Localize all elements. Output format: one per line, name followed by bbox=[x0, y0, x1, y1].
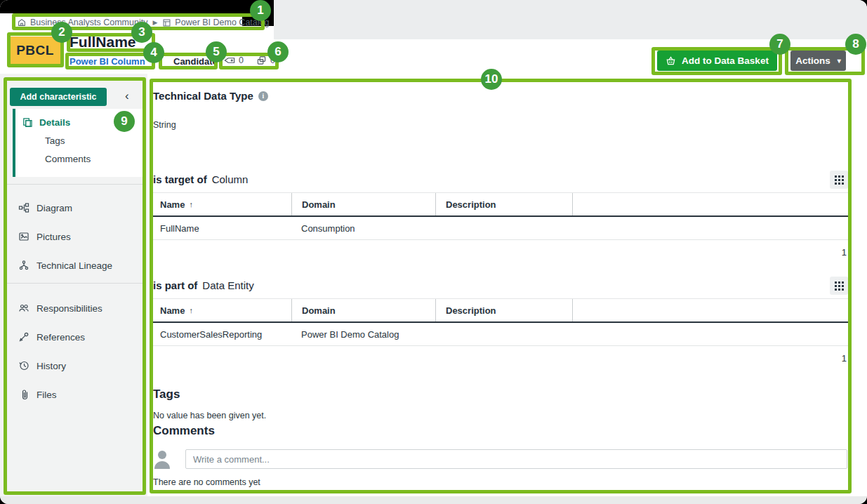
relation-prefix: is target of bbox=[153, 173, 207, 185]
page-title: FullName bbox=[70, 34, 136, 51]
sidebar-item-references[interactable]: References bbox=[13, 328, 146, 346]
sidebar-item-label: Files bbox=[37, 390, 57, 400]
copies-count: 0 bbox=[270, 55, 275, 65]
add-to-data-basket-button[interactable]: Add to Data Basket bbox=[657, 51, 777, 71]
breadcrumb-catalog-label: Power BI Demo Catalog bbox=[175, 18, 269, 27]
comments-empty-text: There are no comments yet bbox=[153, 477, 848, 487]
sidebar-item-pictures[interactable]: Pictures bbox=[13, 227, 146, 246]
table-header-row: Name ↑ Domain Description bbox=[153, 193, 848, 217]
relation-table: Name ↑ Domain Description FullName Consu… bbox=[153, 192, 848, 240]
sidebar-item-label: Technical Lineage bbox=[37, 260, 112, 271]
sidebar-item-files[interactable]: Files bbox=[13, 385, 146, 404]
cell-domain: Power BI Demo Catalog bbox=[291, 323, 435, 345]
relation-type: Data Entity bbox=[202, 279, 253, 291]
bottom-status-strip bbox=[0, 496, 867, 504]
sidebar-item-details[interactable]: Details bbox=[15, 113, 146, 131]
column-header-empty bbox=[572, 299, 848, 321]
sidebar-item-history[interactable]: History bbox=[13, 357, 146, 375]
relation-section-is-target-of-column: is target of Column Name ↑ bbox=[153, 173, 848, 258]
pictures-icon bbox=[18, 231, 29, 242]
technical-data-type-value: String bbox=[153, 120, 848, 130]
sidebar-item-responsibilities[interactable]: Responsibilities bbox=[13, 299, 146, 317]
details-icon bbox=[21, 117, 32, 128]
breadcrumb: Business Analysts Community ▶ Power BI D… bbox=[17, 15, 269, 29]
breadcrumb-community-label: Business Analysts Community bbox=[30, 18, 147, 27]
relation-prefix: is part of bbox=[153, 279, 197, 291]
sidebar-item-tags[interactable]: Tags bbox=[15, 131, 146, 150]
comment-input[interactable] bbox=[185, 449, 847, 469]
sidebar-item-label: Tags bbox=[45, 135, 65, 146]
add-characteristic-button[interactable]: Add characteristic bbox=[10, 88, 107, 106]
table-row[interactable]: FullName Consumption bbox=[153, 217, 848, 240]
table-row[interactable]: CustomerSalesReporting Power BI Demo Cat… bbox=[153, 323, 848, 346]
tags-count-button[interactable]: 0 bbox=[223, 55, 244, 65]
sidebar-item-technical-lineage[interactable]: Technical Lineage bbox=[13, 256, 146, 274]
table-options-button[interactable] bbox=[830, 171, 848, 189]
actions-button[interactable]: Actions ▾ bbox=[790, 51, 846, 71]
column-header-name[interactable]: Name ↑ bbox=[153, 193, 291, 215]
asset-type-link[interactable]: Power BI Column bbox=[70, 56, 145, 67]
cell-empty bbox=[572, 323, 848, 345]
row-count: 1 bbox=[153, 247, 848, 258]
breadcrumb-community[interactable]: Business Analysts Community bbox=[17, 18, 147, 27]
annotation-badge-4: 4 bbox=[143, 42, 164, 63]
technical-data-type-section: Technical Data Type i String bbox=[153, 90, 848, 130]
sidebar-item-label: References bbox=[37, 332, 85, 343]
comments-title: Comments bbox=[153, 424, 848, 438]
column-header-name[interactable]: Name ↑ bbox=[153, 299, 291, 321]
references-icon bbox=[18, 331, 29, 343]
relation-section-is-part-of-data-entity: is part of Data Entity Name ↑ bbox=[153, 279, 848, 364]
sidebar-item-diagram[interactable]: Diagram bbox=[13, 199, 146, 217]
copies-icon bbox=[256, 55, 267, 65]
actions-label: Actions bbox=[795, 55, 830, 66]
sidebar-collapse-button[interactable]: ‹ bbox=[125, 89, 129, 103]
asset-type-acronym-badge: PBCL bbox=[10, 37, 60, 65]
main-content: Technical Data Type i String is target o… bbox=[147, 74, 867, 496]
cell-name[interactable]: FullName bbox=[153, 217, 291, 239]
avatar bbox=[153, 449, 171, 469]
column-header-description[interactable]: Description bbox=[435, 299, 572, 321]
chevron-down-icon: ▾ bbox=[838, 57, 841, 65]
annotated-screenshot: Business Analysts Community ▶ Power BI D… bbox=[0, 0, 867, 504]
copies-count-button[interactable]: 0 bbox=[256, 55, 275, 65]
basket-icon bbox=[666, 56, 676, 66]
column-header-description[interactable]: Description bbox=[435, 193, 572, 215]
sidebar: Add characteristic ‹ Details Tags Commen… bbox=[0, 74, 147, 496]
sort-ascending-icon: ↑ bbox=[189, 200, 193, 208]
relation-type: Column bbox=[212, 173, 249, 185]
cell-domain: Consumption bbox=[291, 217, 435, 239]
cell-description bbox=[435, 217, 572, 239]
column-header-domain[interactable]: Domain bbox=[291, 299, 435, 321]
tags-empty-text: No value has been given yet. bbox=[153, 411, 848, 420]
tags-count: 0 bbox=[239, 55, 244, 65]
top-gray-area bbox=[274, 0, 867, 39]
info-icon[interactable]: i bbox=[258, 91, 268, 101]
sidebar-item-label: Responsibilities bbox=[37, 303, 102, 314]
breadcrumb-catalog[interactable]: Power BI Demo Catalog bbox=[162, 18, 269, 27]
column-header-domain[interactable]: Domain bbox=[291, 193, 435, 215]
breadcrumb-separator-icon: ▶ bbox=[152, 19, 157, 26]
sidebar-item-comments[interactable]: Comments bbox=[15, 150, 146, 168]
tags-section: Tags No value has been given yet. bbox=[153, 387, 848, 420]
cell-description bbox=[435, 323, 572, 345]
sidebar-item-label: History bbox=[37, 361, 66, 371]
asset-meta-counts: 0 0 bbox=[223, 55, 275, 65]
add-to-data-basket-label: Add to Data Basket bbox=[682, 55, 769, 66]
cell-name[interactable]: CustomerSalesReporting bbox=[153, 323, 291, 345]
status-badge: Candidate bbox=[173, 56, 218, 67]
tags-title: Tags bbox=[153, 387, 848, 402]
comments-section: Comments There are no comments yet bbox=[153, 424, 848, 487]
sort-ascending-icon: ↑ bbox=[189, 306, 193, 314]
lineage-icon bbox=[18, 260, 29, 271]
sidebar-divider bbox=[6, 283, 145, 284]
sidebar-item-label: Comments bbox=[45, 154, 91, 164]
catalog-icon bbox=[162, 18, 171, 27]
sidebar-divider bbox=[6, 184, 145, 185]
row-count: 1 bbox=[153, 353, 848, 364]
sidebar-item-label: Diagram bbox=[37, 203, 72, 213]
responsibilities-icon bbox=[18, 303, 29, 314]
relation-table: Name ↑ Domain Description CustomerSalesR… bbox=[153, 298, 848, 346]
table-options-button[interactable] bbox=[830, 277, 848, 295]
column-header-empty bbox=[572, 193, 848, 215]
diagram-icon bbox=[18, 202, 29, 213]
